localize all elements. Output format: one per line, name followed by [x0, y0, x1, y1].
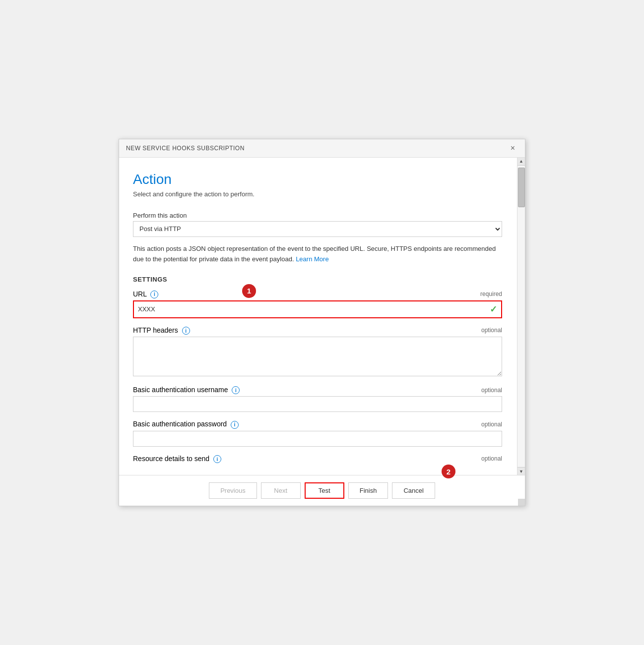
basic-auth-password-label-row: Basic authentication password i optional — [133, 420, 502, 428]
http-headers-info-icon[interactable]: i — [182, 327, 190, 335]
url-section: 1 URL i required ✓ — [133, 290, 502, 318]
finish-button[interactable]: Finish — [348, 482, 388, 499]
scrollbar-arrow-down[interactable]: ▼ — [517, 467, 525, 475]
settings-heading: SETTINGS — [133, 276, 502, 283]
dialog-footer: 2 Previous Next Test Finish Cancel — [119, 475, 525, 506]
basic-auth-password-label: Basic authentication password i — [133, 420, 239, 428]
scrollbar-arrow-up[interactable]: ▲ — [517, 158, 525, 166]
scrollbar-thumb[interactable] — [518, 168, 525, 207]
basic-auth-username-group: Basic authentication username i optional — [133, 386, 502, 420]
dialog-titlebar: NEW SERVICE HOOKS SUBSCRIPTION × — [119, 139, 525, 158]
url-field-label-row: URL i required — [133, 290, 502, 298]
resource-details-info-icon[interactable]: i — [213, 455, 221, 463]
http-headers-label: HTTP headers i — [133, 326, 190, 335]
basic-auth-username-label: Basic authentication username i — [133, 386, 240, 394]
previous-button[interactable]: Previous — [209, 482, 257, 499]
url-check-icon: ✓ — [490, 304, 497, 315]
test-button[interactable]: Test — [305, 482, 344, 499]
action-field-label: Perform this action — [133, 212, 502, 219]
resource-details-group: Resource details to send i optional — [133, 455, 502, 463]
page-subtitle: Select and configure the action to perfo… — [133, 190, 502, 198]
basic-auth-password-input[interactable] — [133, 431, 502, 447]
http-headers-textarea[interactable] — [133, 337, 502, 376]
description-text: This action posts a JSON object represen… — [133, 244, 502, 265]
dialog-content: Action Select and configure the action t… — [119, 158, 517, 475]
scrollbar[interactable]: ▲ ▼ — [517, 158, 525, 475]
cancel-button[interactable]: Cancel — [392, 482, 435, 499]
badge-1: 1 — [242, 284, 256, 298]
basic-auth-username-input[interactable] — [133, 396, 502, 412]
url-required-label: required — [480, 291, 502, 297]
dialog: NEW SERVICE HOOKS SUBSCRIPTION × Action … — [119, 139, 525, 506]
action-select[interactable]: Post via HTTP — [133, 221, 502, 237]
learn-more-link[interactable]: Learn More — [296, 255, 328, 263]
resource-details-optional-label: optional — [481, 455, 502, 462]
basic-auth-password-optional-label: optional — [481, 421, 502, 428]
http-headers-optional-label: optional — [481, 327, 502, 334]
url-label: URL i — [133, 290, 158, 298]
next-button[interactable]: Next — [261, 482, 301, 499]
http-headers-label-row: HTTP headers i optional — [133, 326, 502, 335]
basic-auth-password-info-icon[interactable]: i — [231, 421, 239, 429]
basic-auth-username-optional-label: optional — [481, 387, 502, 394]
page-heading: Action — [133, 172, 502, 187]
resource-details-label-row: Resource details to send i optional — [133, 455, 502, 463]
scrollbar-corner — [518, 499, 525, 506]
dialog-title: NEW SERVICE HOOKS SUBSCRIPTION — [126, 145, 245, 152]
basic-auth-username-info-icon[interactable]: i — [232, 386, 240, 394]
resource-details-label: Resource details to send i — [133, 455, 221, 463]
url-info-icon[interactable]: i — [150, 291, 158, 298]
basic-auth-password-group: Basic authentication password i optional — [133, 420, 502, 454]
url-input[interactable] — [134, 301, 501, 317]
http-headers-group: HTTP headers i optional — [133, 326, 502, 386]
basic-auth-username-label-row: Basic authentication username i optional — [133, 386, 502, 394]
action-field-group: Perform this action Post via HTTP — [133, 212, 502, 244]
badge-2: 2 — [442, 465, 455, 478]
close-button[interactable]: × — [508, 143, 518, 153]
dialog-body: Action Select and configure the action t… — [119, 158, 525, 475]
url-field-wrapper: ✓ — [133, 300, 502, 318]
